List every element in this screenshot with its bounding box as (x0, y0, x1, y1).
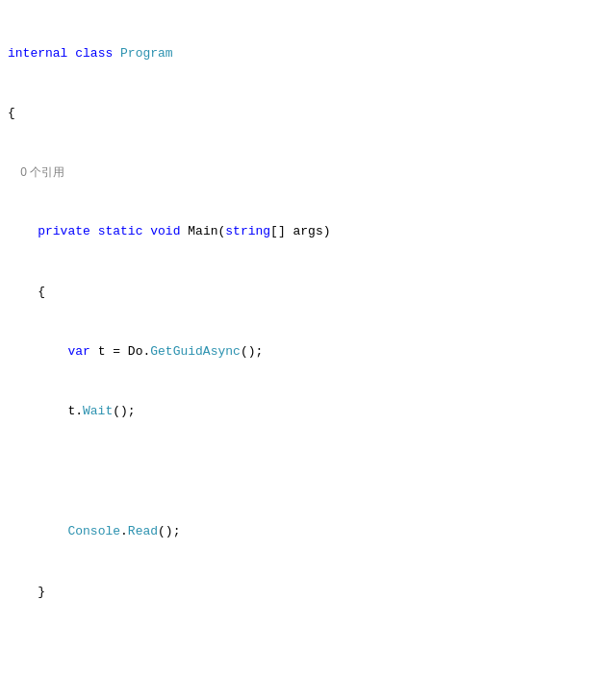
class-console-1: Console (67, 524, 120, 538)
line-4: { (8, 283, 602, 303)
line-2: { (8, 104, 602, 124)
line-empty-1 (8, 462, 602, 483)
kw-string: string (225, 224, 270, 238)
kw-static-1: static (98, 224, 143, 238)
kw-void: void (150, 224, 180, 238)
line-5: var t = Do.GetGuidAsync(); (8, 342, 602, 362)
kw-class: class (75, 46, 113, 61)
kw-var-1: var (67, 344, 89, 359)
code-editor: internal class Program { 0 个引用 private s… (0, 0, 610, 700)
method-read: Read (128, 524, 158, 538)
ref-hint-0: 0 个引用 (8, 163, 602, 182)
line-6: t.Wait(); (8, 402, 602, 422)
kw-private-1: private (38, 224, 90, 238)
line-3: private static void Main(string[] args) (8, 222, 602, 242)
method-wait: Wait (83, 404, 113, 418)
kw-internal: internal (8, 46, 67, 61)
line-1: internal class Program (8, 44, 602, 64)
class-name-program: Program (120, 46, 173, 61)
method-getguidasync-1: GetGuidAsync (150, 344, 241, 359)
line-empty-2 (8, 642, 602, 662)
line-7: Console.Read(); (8, 522, 602, 542)
line-8: } (8, 583, 602, 603)
